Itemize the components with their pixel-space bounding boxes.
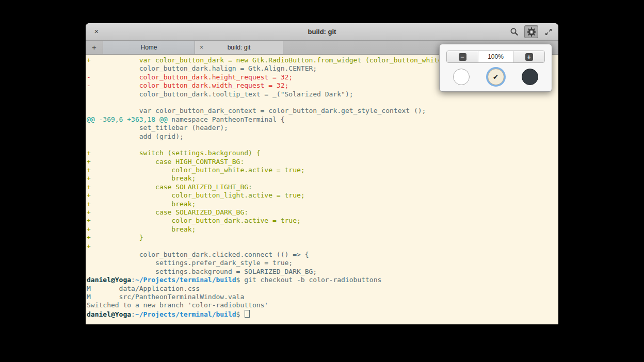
fullscreen-button[interactable]	[541, 25, 555, 38]
terminal-line: M data/Application.css	[87, 285, 558, 293]
zoom-out-button[interactable]: −	[447, 51, 478, 62]
new-tab-button[interactable]: +	[86, 41, 103, 54]
terminal-line: @@ -369,6 +363,18 @@ namespace PantheonT…	[87, 116, 558, 124]
window-title: build: git	[86, 23, 558, 40]
zoom-level-button[interactable]: 100%	[478, 51, 513, 62]
check-icon: ✔	[493, 73, 499, 80]
terminal-line: + break;	[87, 174, 558, 183]
terminal-line: settings.background = SOLARIZED_DARK_BG;	[87, 268, 558, 276]
zoom-control: − 100% +	[446, 51, 545, 63]
terminal-line: M src/PantheonTerminalWindow.vala	[87, 293, 558, 301]
tab-label: build: git	[228, 44, 251, 51]
titlebar: × build: git	[86, 23, 558, 41]
titlebar-actions	[507, 25, 555, 38]
zoom-in-button[interactable]: +	[513, 51, 544, 62]
terminal-line: + case SOLARIZED_LIGHT_BG:	[87, 183, 558, 191]
theme-option-solarized-dark[interactable]	[522, 69, 538, 85]
terminal-line: + color_button_dark.active = true;	[87, 217, 558, 225]
terminal-line	[87, 141, 558, 149]
search-button[interactable]	[507, 25, 521, 38]
terminal-line: add (grid);	[87, 133, 558, 141]
tab-close-button[interactable]: ×	[200, 41, 203, 54]
tab-label: Home	[140, 44, 157, 51]
terminal-output[interactable]: + var color_button_dark = new Gtk.RadioB…	[86, 55, 558, 324]
terminal-line: Switched to a new branch 'color-radiobut…	[87, 301, 558, 309]
fullscreen-icon	[544, 28, 553, 36]
terminal-line: settings.prefer_dark_style = true;	[87, 259, 558, 267]
terminal-line: + }	[87, 234, 558, 242]
terminal-line: +	[87, 242, 558, 251]
theme-options: ✔	[440, 69, 552, 85]
terminal-line	[87, 98, 558, 107]
terminal-line: + color_button_white.active = true;	[87, 166, 558, 174]
settings-popover: − 100% + ✔	[439, 44, 552, 92]
gear-icon	[527, 27, 536, 37]
terminal-line: + switch (settings.background) {	[87, 149, 558, 157]
zoom-in-icon: +	[525, 53, 533, 61]
terminal-line: daniel@Yoga:~/Projects/terminal/build$ g…	[87, 276, 558, 284]
terminal-line: var color_button_dark_context = color_bu…	[87, 107, 558, 115]
settings-button[interactable]	[524, 25, 538, 38]
terminal-line: set_titlebar (header);	[87, 124, 558, 132]
terminal-line: + break;	[87, 225, 558, 234]
theme-option-solarized-light[interactable]: ✔	[488, 69, 504, 85]
terminal-line: + case HIGH_CONTRAST_BG:	[87, 158, 558, 166]
terminal-line: color_button_dark.clicked.connect (() =>…	[87, 251, 558, 259]
terminal-line: + break;	[87, 200, 558, 208]
theme-option-high-contrast-white[interactable]	[453, 69, 470, 85]
terminal-line: + case SOLARIZED_DARK_BG:	[87, 208, 558, 217]
terminal-line: daniel@Yoga:~/Projects/terminal/build$	[87, 310, 558, 318]
tab-build-git[interactable]: × build: git	[195, 41, 283, 54]
search-icon	[510, 27, 519, 36]
terminal-cursor	[245, 310, 250, 318]
terminal-line: + color_button_light.active = true;	[87, 191, 558, 200]
zoom-out-icon: −	[459, 53, 466, 61]
terminal-window: × build: git	[86, 23, 558, 324]
tab-home[interactable]: Home	[103, 41, 195, 54]
